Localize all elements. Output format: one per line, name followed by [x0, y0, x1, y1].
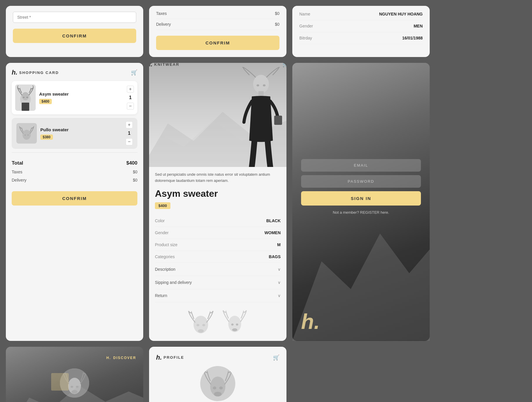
gender-spec-label: Gender — [155, 230, 169, 235]
categories-label: Categories — [155, 254, 175, 259]
summary-partial-card: Taxes $0 Delivery $0 CONFRIM — [149, 6, 286, 57]
delivery-row: Delivery $0 — [156, 19, 279, 30]
svg-point-18 — [198, 329, 204, 333]
taxes-row: Taxes $0 — [156, 8, 279, 19]
knitwear-card: h. KNITWEAR 🛒 — [149, 63, 286, 341]
taxes-label-shopping: Taxes — [12, 170, 23, 174]
profile-cart-icon[interactable]: 🛒 — [273, 354, 279, 361]
svg-rect-13 — [258, 91, 264, 96]
product-price-asym: $400 — [39, 99, 52, 104]
qty-increase-asym[interactable]: + — [127, 86, 134, 93]
knitwear-description: Sed ut perspiciatis unde omnis iste natu… — [155, 172, 281, 184]
return-chevron-icon: ∨ — [278, 293, 281, 298]
deer-skull-bottom-1 — [186, 307, 215, 336]
svg-point-7 — [27, 134, 29, 136]
svg-point-1 — [22, 92, 29, 100]
cart-icon[interactable]: 🛒 — [131, 69, 137, 76]
brand-letter: h. — [12, 69, 18, 76]
gender-label: Gender — [299, 24, 313, 28]
birthday-label: Bitrday — [299, 36, 312, 40]
qty-decrease-pullo[interactable]: − — [126, 138, 133, 145]
delivery-row-shopping: Delivery $0 — [12, 176, 137, 184]
svg-marker-23 — [292, 234, 430, 341]
product-info-pullo: Pullo sweater $380 — [40, 127, 122, 140]
shopping-header: h. SHOPPING CARD 🛒 — [12, 69, 137, 76]
email-input[interactable] — [301, 159, 421, 172]
taxes-label: Taxes — [156, 11, 167, 16]
description-accordion[interactable]: Description ∨ — [155, 263, 281, 276]
bottom-images-row — [155, 307, 281, 336]
return-accordion-label: Return — [155, 293, 167, 298]
profile-bottom-card: h. PROFILE 🛒 ✕ — [149, 347, 286, 402]
svg-point-20 — [231, 323, 234, 325]
svg-point-10 — [253, 75, 269, 93]
product-name-pullo: Pullo sweater — [40, 127, 122, 133]
discover-mountain-bg — [6, 373, 143, 402]
deer-skull-icon-1 — [15, 84, 36, 111]
confirm-button[interactable]: CONFIRM — [13, 29, 136, 43]
svg-point-32 — [213, 387, 216, 389]
delivery-label: Delivery — [156, 22, 171, 27]
color-label: Color — [155, 218, 165, 223]
svg-point-21 — [236, 323, 238, 325]
shipping-accordion[interactable]: Sipping and delivery ∨ — [155, 276, 281, 289]
deer-skull-icon-2 — [18, 125, 35, 142]
knitwear-brand: h. KNITWEAR — [149, 63, 179, 68]
profile-birthday-row: Bitrday 16/01/1988 — [299, 32, 423, 44]
taxes-value-shopping: $0 — [133, 170, 137, 174]
confrim-button-summary[interactable]: CONFRIM — [156, 36, 279, 50]
color-value: BLACK — [266, 218, 281, 223]
svg-point-33 — [219, 387, 223, 389]
yellow-accent — [51, 373, 69, 391]
knitwear-product-title: Asym sweater — [155, 189, 281, 199]
svg-rect-14 — [274, 116, 282, 125]
shipping-accordion-label: Sipping and delivery — [155, 280, 192, 285]
profile-section-title: PROFILE — [164, 355, 184, 360]
profile-brand-letter: h. — [156, 354, 162, 361]
svg-point-12 — [263, 84, 265, 86]
knitwear-section-title: KNITWEAR — [154, 63, 179, 67]
qty-value-asym: 1 — [129, 95, 132, 100]
birthday-value: 16/01/1988 — [402, 36, 423, 40]
qty-increase-pullo[interactable]: + — [126, 121, 133, 128]
size-value: M — [277, 242, 281, 247]
profile-name-row: Name NGUYEN HUY HOANG — [299, 8, 423, 20]
login-mountain-bg — [292, 202, 430, 341]
product-image-asym — [15, 84, 36, 111]
shopping-card: h. SHOPPING CARD 🛒 — [6, 63, 143, 341]
product-image-pullo — [16, 123, 37, 144]
taxes-value: $0 — [275, 11, 279, 16]
profile-brand: h. PROFILE — [156, 354, 184, 361]
section-title: SHOPPING CARD — [19, 70, 59, 75]
knitwear-brand-letter: h. — [149, 63, 153, 68]
qty-control-asym: + 1 − — [127, 86, 134, 110]
profile-bottom-header: h. PROFILE 🛒 — [156, 354, 279, 361]
profile-avatar-large — [200, 366, 235, 401]
taxes-row-shopping: Taxes $0 — [12, 168, 137, 176]
product-price-pullo: $380 — [40, 134, 53, 140]
deer-skull-bottom-2 — [220, 307, 249, 336]
svg-point-34 — [214, 392, 222, 396]
discover-brand: h. DISCOVER — [106, 354, 136, 360]
categories-value: BAGS — [269, 254, 281, 259]
divider — [12, 152, 137, 153]
svg-point-2 — [23, 97, 25, 98]
confrim-button-shopping[interactable]: CONFRIM — [12, 191, 137, 206]
qty-decrease-asym[interactable]: − — [127, 103, 134, 110]
svg-point-16 — [196, 324, 199, 326]
gender-value: MEN — [414, 24, 423, 28]
discover-brand-letter: h. — [106, 356, 111, 360]
password-input[interactable] — [301, 175, 421, 188]
name-label: Name — [299, 12, 310, 16]
delivery-value: $0 — [275, 22, 279, 27]
return-accordion[interactable]: Return ∨ — [155, 289, 281, 302]
svg-point-17 — [202, 324, 205, 326]
product-item-pullo: Pullo sweater $380 + 1 − — [12, 118, 137, 149]
svg-point-11 — [257, 84, 259, 86]
delivery-label-shopping: Delivery — [12, 178, 27, 182]
color-spec: Color BLACK — [155, 215, 281, 227]
name-value: NGUYEN HUY HOANG — [379, 12, 423, 16]
street-input[interactable] — [13, 12, 136, 23]
gender-spec: Gender WOMEN — [155, 227, 281, 239]
qty-control-pullo: + 1 − — [126, 121, 133, 145]
